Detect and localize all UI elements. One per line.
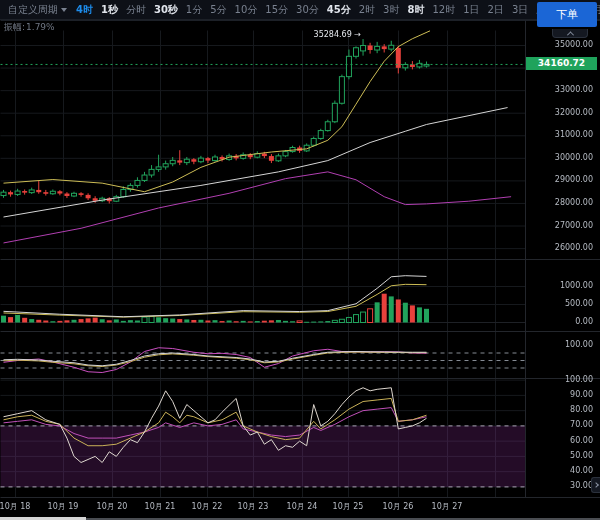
timeframe-item[interactable]: 45分: [323, 3, 355, 17]
chevron-right-icon: [593, 482, 599, 488]
chevron-up-icon: [566, 31, 573, 38]
trading-terminal: 自定义周期 4时1秒分时30秒1分5分10分15分30分45分2时3时8时12时…: [0, 0, 600, 520]
timeframe-item[interactable]: 30分: [292, 3, 323, 17]
timeframe-item[interactable]: 1日: [459, 3, 483, 17]
timeframe-item[interactable]: 1分: [182, 3, 206, 17]
timeframe-item[interactable]: 5分: [206, 3, 230, 17]
custom-period-selector[interactable]: 自定义周期: [3, 3, 72, 17]
timeframe-item[interactable]: 10分: [231, 3, 262, 17]
timeframe-item[interactable]: 分时: [122, 3, 150, 17]
timeframe-item[interactable]: 30秒: [150, 3, 182, 17]
timeframe-item[interactable]: 8时: [403, 3, 428, 17]
timeframe-item[interactable]: 1秒: [97, 3, 122, 17]
panel-expand-tab[interactable]: [591, 477, 600, 493]
timeframe-item[interactable]: 3日: [508, 3, 532, 17]
amplitude-value: 1.79%: [26, 22, 55, 32]
timeframe-item[interactable]: 15分: [261, 3, 292, 17]
amplitude-indicator: 振幅:1.79%: [4, 21, 55, 34]
place-order-button[interactable]: 下单: [537, 2, 597, 27]
timeframe-item[interactable]: 12时: [428, 3, 459, 17]
kline-chart-canvas[interactable]: [0, 20, 600, 520]
timeframe-item[interactable]: 2时: [355, 3, 379, 17]
chevron-down-icon: [61, 8, 67, 12]
timeframe-item[interactable]: 3时: [379, 3, 403, 17]
timeframe-list: 4时1秒分时30秒1分5分10分15分30分45分2时3时8时12时1日2日3日…: [72, 3, 600, 17]
collapse-toolbar-tab[interactable]: [552, 29, 588, 38]
timeframe-item[interactable]: 2日: [484, 3, 508, 17]
session-high-label: 35284.69 →: [314, 30, 361, 39]
timeframe-item[interactable]: 4时: [72, 3, 97, 17]
custom-period-label: 自定义周期: [8, 3, 58, 17]
toolbar: 自定义周期 4时1秒分时30秒1分5分10分15分30分45分2时3时8时12时…: [0, 0, 600, 20]
last-price-badge: 34160.72: [526, 57, 597, 70]
amplitude-label: 振幅:: [4, 22, 25, 32]
